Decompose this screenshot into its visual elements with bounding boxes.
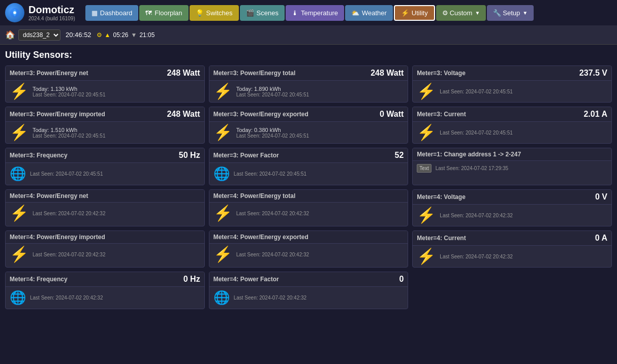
sensor-card[interactable]: Meter=3: Power/Energy total 248 Watt ⚡ T… [209, 65, 409, 103]
sensor-name: Meter=4: Power/Energy net [10, 192, 88, 200]
nav-setup[interactable]: 🔧 Setup ▼ [487, 5, 534, 21]
sensor-meta: Last Seen: 2024-07-02 20:42:32 [33, 252, 105, 257]
sensor-card[interactable]: Meter=3: Voltage 237.5 V ⚡ Last Seen: 20… [412, 65, 612, 103]
sensor-card[interactable]: Meter=3: Power/Energy net 248 Watt ⚡ Tod… [5, 65, 205, 103]
sensor-header: Meter=3: Power/Energy imported 248 Watt [6, 107, 204, 122]
globe-icon: 🌐 [213, 290, 230, 306]
sensor-meta: Today: 1.890 kWh Last Seen: 2024-07-02 2… [236, 86, 309, 97]
sensor-header: Meter=4: Power/Energy net [6, 190, 204, 203]
sensor-name: Meter=4: Current [417, 235, 466, 242]
sensor-card[interactable]: Meter=3: Power Factor 52 🌐 Last Seen: 20… [209, 148, 409, 185]
floorplan-icon: 🗺 [145, 9, 152, 17]
sensor-card[interactable]: Meter=4: Power/Energy exported ⚡ Last Se… [209, 230, 409, 268]
page-title: Utility Sensors: [5, 50, 612, 60]
scenes-icon: 🎬 [246, 9, 254, 17]
sensor-name: Meter=4: Frequency [10, 276, 68, 283]
nav-dashboard[interactable]: ▦ Dashboard [85, 5, 139, 21]
sensor-name: Meter=3: Voltage [417, 70, 465, 77]
sensor-card[interactable]: Meter=3: Power/Energy exported 0 Watt ⚡ … [209, 107, 409, 144]
sensor-value: 0 V [595, 192, 607, 202]
header: Domoticz 2024.4 (build 16109) ▦ Dashboar… [0, 0, 617, 25]
sensor-body: 🌐 Last Seen: 2024-07-02 20:42:32 [209, 287, 408, 309]
sensor-body: ⚡ Last Seen: 2024-07-02 20:42:32 [209, 203, 408, 224]
home-icon[interactable]: 🏠 [5, 30, 15, 40]
lightning-icon: ⚡ [417, 125, 436, 140]
sensor-card[interactable]: Meter=4: Power Factor 0 🌐 Last Seen: 202… [209, 272, 409, 309]
text-icon: Text [417, 164, 431, 173]
globe-icon: 🌐 [10, 290, 26, 306]
sensor-card[interactable]: Meter=4: Frequency 0 Hz 🌐 Last Seen: 202… [5, 272, 205, 309]
nav-floorplan[interactable]: 🗺 Floorplan [139, 5, 188, 21]
sensor-header: Meter=4: Voltage 0 V [413, 190, 611, 205]
nav-switches[interactable]: 💡 Switches [190, 5, 239, 21]
sensor-card[interactable]: Meter=4: Power/Energy imported ⚡ Last Se… [5, 230, 205, 268]
sensor-meta: Last Seen: 2024-07-02 20:42:32 [440, 254, 512, 259]
sensor-body: ⚡ Last Seen: 2024-07-02 20:42:32 [413, 246, 611, 267]
sensor-value: 0 [399, 275, 404, 284]
sensor-body: ⚡ Last Seen: 2024-07-02 20:45:51 [413, 81, 611, 102]
sensor-lastseen: Last Seen: 2024-07-02 20:45:51 [236, 92, 309, 97]
sensor-value: 0 Hz [183, 275, 200, 284]
lightning-icon: ⚡ [417, 208, 436, 223]
sunset-icon: ▼ [131, 31, 137, 39]
nav-weather[interactable]: ⛅ Weather [345, 5, 393, 21]
sensor-card[interactable]: Meter=1: Change address 1 -> 2-247 Text … [412, 148, 612, 185]
sensor-lastseen: Last Seen: 2024-07-02 20:45:51 [440, 130, 512, 136]
sensor-name: Meter=3: Power/Energy net [10, 70, 88, 77]
sensor-value: 248 Watt [167, 110, 200, 119]
sensor-card[interactable]: Meter=4: Power/Energy net ⚡ Last Seen: 2… [5, 189, 205, 226]
sensor-value: 2.01 A [583, 110, 607, 119]
sensor-meta: Last Seen: 2024-07-02 17:29:35 [436, 166, 508, 171]
sensor-header: Meter=3: Power/Energy net 248 Watt [6, 66, 204, 81]
nav-temperature[interactable]: 🌡 Temperature [286, 5, 344, 21]
sensor-lastseen: Last Seen: 2024-07-02 20:42:32 [236, 211, 309, 216]
page-content: Utility Sensors: Meter=3: Power/Energy n… [0, 45, 617, 314]
nav-utility[interactable]: ⚡ Utility [394, 5, 435, 21]
lightning-icon: ⚡ [10, 125, 28, 140]
sensor-body: ⚡ Today: 0.380 kWh Last Seen: 2024-07-02… [209, 122, 408, 143]
sensor-body: Text Last Seen: 2024-07-02 17:29:35 [413, 161, 611, 176]
sensor-meta: Today: 0.380 kWh Last Seen: 2024-07-02 2… [236, 127, 309, 139]
sensor-lastseen: Last Seen: 2024-07-02 20:42:32 [440, 254, 512, 259]
sensor-value: 0 Watt [380, 110, 404, 119]
nav-custom[interactable]: ⚙ Custom ▼ [436, 5, 486, 21]
sensor-lastseen: Last Seen: 2024-07-02 20:42:32 [234, 295, 306, 301]
custom-arrow-icon: ▼ [475, 10, 480, 16]
sensor-name: Meter=3: Power/Energy exported [213, 111, 308, 118]
sensor-name: Meter=3: Power/Energy imported [10, 111, 105, 118]
sensor-card[interactable]: Meter=3: Current 2.01 A ⚡ Last Seen: 202… [412, 107, 612, 144]
sensor-card[interactable]: Meter=4: Voltage 0 V ⚡ Last Seen: 2024-0… [412, 189, 612, 226]
device-selector[interactable]: dds238_2 [18, 29, 60, 41]
sensor-lastseen: Last Seen: 2024-07-02 20:42:32 [33, 252, 105, 257]
sensor-card[interactable]: Meter=3: Frequency 50 Hz 🌐 Last Seen: 20… [5, 148, 205, 185]
sensor-value: 248 Watt [167, 69, 200, 78]
sensor-meta: Last Seen: 2024-07-02 20:45:51 [30, 171, 103, 177]
globe-icon: 🌐 [10, 166, 26, 182]
sensor-lastseen: Last Seen: 2024-07-02 20:45:51 [440, 89, 512, 94]
sensor-card[interactable]: Meter=3: Power/Energy imported 248 Watt … [5, 107, 205, 144]
sensor-meta: Last Seen: 2024-07-02 20:42:32 [30, 295, 103, 301]
sensor-header: Meter=3: Power/Energy exported 0 Watt [209, 107, 408, 122]
weather-icon: ⛅ [351, 9, 359, 17]
sensor-body: ⚡ Last Seen: 2024-07-02 20:42:32 [413, 205, 611, 226]
sensor-today: Today: 1.890 kWh [236, 86, 309, 92]
utility-icon: ⚡ [401, 9, 409, 17]
globe-icon: 🌐 [213, 166, 230, 182]
lightning-icon: ⚡ [10, 247, 28, 262]
sensor-meta: Last Seen: 2024-07-02 20:42:32 [33, 211, 105, 216]
nav-scenes[interactable]: 🎬 Scenes [240, 5, 285, 21]
setup-icon: 🔧 [493, 9, 501, 17]
lightning-icon: ⚡ [10, 84, 28, 99]
sensor-body: ⚡ Today: 1.510 kWh Last Seen: 2024-07-02… [6, 122, 204, 143]
sensor-lastseen: Last Seen: 2024-07-02 20:45:51 [33, 133, 105, 139]
sensor-today: Today: 0.380 kWh [236, 127, 309, 133]
sensor-header: Meter=4: Frequency 0 Hz [6, 272, 204, 287]
sensor-body: ⚡ Today: 1.130 kWh Last Seen: 2024-07-02… [6, 81, 204, 102]
sensor-lastseen: Last Seen: 2024-07-02 20:42:32 [440, 213, 512, 218]
sensor-card[interactable]: Meter=4: Power/Energy total ⚡ Last Seen:… [209, 189, 409, 226]
sensor-meta: Today: 1.130 kWh Last Seen: 2024-07-02 2… [33, 86, 105, 97]
logo[interactable]: Domoticz 2024.4 (build 16109) [5, 3, 75, 22]
logo-icon [5, 3, 24, 22]
sensor-card[interactable]: Meter=4: Current 0 A ⚡ Last Seen: 2024-0… [412, 230, 612, 268]
sensor-body: ⚡ Last Seen: 2024-07-02 20:42:32 [6, 244, 204, 265]
